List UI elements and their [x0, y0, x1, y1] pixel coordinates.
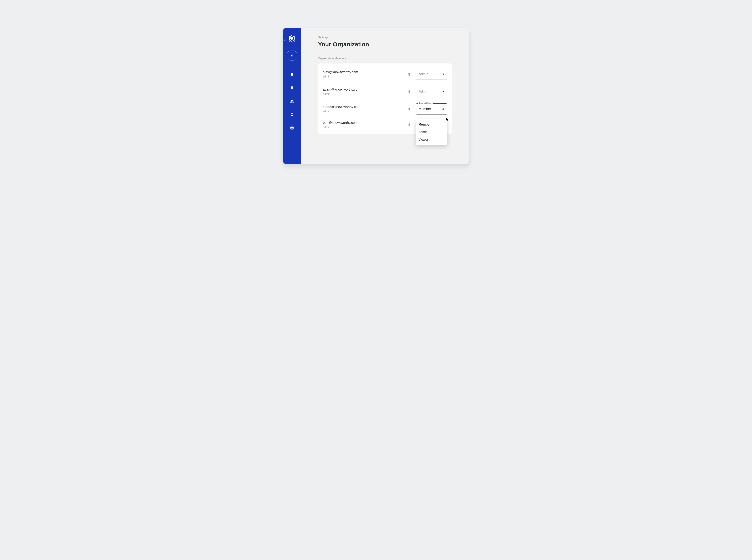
members-card: alex@knowtworthy.comadminAdminadam@knowt…: [318, 63, 452, 134]
nav-people[interactable]: [288, 98, 296, 104]
page-title: Your Organization: [318, 41, 452, 48]
nav-home[interactable]: [288, 72, 296, 77]
nav-inbox[interactable]: [288, 112, 296, 118]
gear-icon: [290, 126, 294, 130]
access-option[interactable]: Member: [416, 121, 447, 128]
app-window: ›: [283, 28, 469, 164]
member-email: ben@knowtworthy.com: [323, 121, 404, 125]
delete-member-button[interactable]: [407, 89, 412, 94]
select-value: Admin: [419, 89, 428, 94]
pencil-icon: [290, 54, 294, 57]
trash-icon: [407, 107, 411, 111]
select-value: Admin: [419, 72, 428, 76]
mouse-cursor-icon: [445, 117, 449, 122]
member-role: admin: [323, 125, 404, 129]
inbox-icon: [290, 113, 294, 117]
caret-down-icon: [443, 91, 444, 92]
trash-icon: [407, 89, 411, 94]
member-email: adam@knowtworthy.com: [323, 87, 404, 92]
select-value: Member: [419, 107, 431, 111]
member-role: admin: [323, 75, 404, 78]
access-rights-dropdown: MemberAdminViewer: [416, 119, 447, 145]
trash-icon: [407, 123, 411, 127]
main-content: Settings Your Organization Organization …: [301, 28, 469, 164]
access-option[interactable]: Admin: [416, 128, 447, 136]
app-logo-icon[interactable]: [288, 35, 296, 42]
section-label: Organization Members: [318, 57, 452, 60]
member-row: sarah@knowtworthy.comadminAccess RightsM…: [318, 100, 452, 118]
access-rights-select[interactable]: Admin: [416, 86, 447, 97]
bookmark-icon: [290, 86, 294, 89]
sidebar-expand-chevron[interactable]: ›: [284, 39, 285, 41]
nav-notes[interactable]: [288, 85, 296, 91]
delete-member-button[interactable]: [407, 72, 412, 77]
caret-down-icon: [443, 74, 444, 75]
member-role: admin: [323, 92, 404, 96]
nav-settings[interactable]: [288, 125, 296, 131]
sidebar: ›: [283, 28, 301, 164]
home-icon: [290, 72, 294, 77]
access-option[interactable]: Viewer: [416, 136, 447, 143]
access-rights-select[interactable]: Admin: [416, 68, 447, 80]
delete-member-button[interactable]: [407, 106, 412, 112]
member-role: admin: [323, 110, 404, 113]
member-email: sarah@knowtworthy.com: [323, 105, 404, 109]
member-row: alex@knowtworthy.comadminAdmin: [318, 65, 452, 83]
compose-button[interactable]: [287, 50, 297, 61]
delete-member-button[interactable]: [407, 122, 412, 127]
select-floating-label: Access Rights: [418, 102, 433, 104]
member-email: alex@knowtworthy.com: [323, 70, 404, 74]
people-icon: [290, 99, 294, 103]
access-rights-select[interactable]: Access RightsMember: [416, 103, 447, 115]
member-row: adam@knowtworthy.comadminAdmin: [318, 83, 452, 100]
breadcrumb: Settings: [318, 36, 452, 39]
caret-up-icon: [443, 108, 444, 109]
trash-icon: [407, 72, 411, 76]
